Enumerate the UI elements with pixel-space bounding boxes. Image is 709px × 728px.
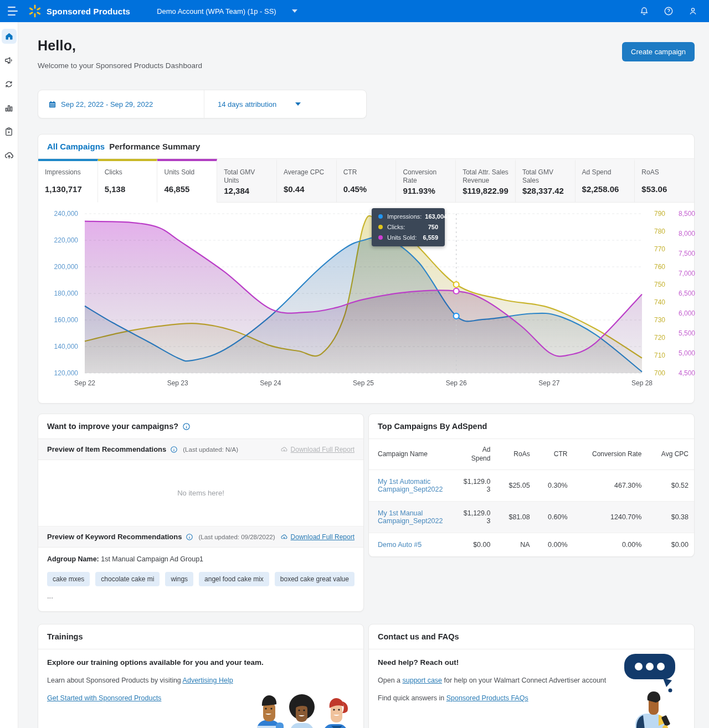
keyword-chip[interactable]: angel food cake mix [199, 572, 269, 586]
download-item-report-button[interactable]: Download Full Report [280, 446, 354, 453]
metric-label: Impressions [45, 167, 91, 183]
metric-label: Total GMV Units [224, 167, 270, 185]
page-title: Hello, [38, 38, 202, 54]
table-cell: NA [496, 533, 535, 557]
support-case-link[interactable]: support case [402, 677, 442, 684]
y-axis-tick-left: 120,000 [54, 369, 79, 377]
y-axis-tick-left: 140,000 [54, 343, 79, 350]
contact-line2: Find quick answers in Sponsored Products… [378, 694, 685, 702]
metric-label: Conversion Rate [403, 167, 449, 185]
create-campaign-button[interactable]: Create campaign [622, 42, 695, 61]
performance-summary-title: Performance Summary [109, 142, 200, 151]
campaign-link[interactable]: Demo Auto #5 [378, 541, 422, 549]
y-axis-tick-clicks: 790 [654, 210, 665, 218]
metric-tab-total-attr-sales-revenue[interactable]: Total Attr. Sales Revenue$119,822.99 [456, 159, 516, 203]
metric-tab-average-cpc[interactable]: Average CPC$0.44 [277, 159, 337, 203]
table-row: My 1st Automatic Campaign_Sept2022$1,129… [369, 470, 694, 502]
attribution-dropdown[interactable]: 14 days attribution [204, 90, 311, 118]
cloud-download-icon [280, 533, 288, 541]
metric-tab-units-sold[interactable]: Units Sold46,855 [157, 159, 217, 203]
sidebar-item-upload[interactable] [2, 148, 17, 163]
item-rec-last-updated: (Last updated: N/A) [183, 446, 238, 453]
sidebar-item-reports[interactable] [2, 100, 17, 115]
metric-tab-clicks[interactable]: Clicks5,138 [98, 159, 158, 203]
metric-value: $119,822.99 [463, 186, 508, 195]
menu-icon[interactable] [8, 7, 19, 16]
table-cell: 0.60% [536, 502, 573, 533]
all-campaigns-tab[interactable]: All Campaigns [47, 142, 105, 151]
metric-label: Total GMV Sales [522, 167, 568, 185]
column-header: Campaign Name [369, 439, 456, 470]
y-axis-tick-units: 8,000 [679, 230, 695, 237]
table-cell: $0.00 [647, 533, 694, 557]
download-keyword-report-button[interactable]: Download Full Report [280, 533, 354, 541]
info-icon[interactable] [182, 422, 191, 431]
trainings-heading: Explore our training options available f… [47, 658, 354, 667]
product-name: Sponsored Products [47, 7, 130, 16]
top-campaigns-table: Campaign NameAd SpendRoAsCTRConversion R… [369, 439, 694, 556]
y-axis-tick-units: 6,500 [679, 290, 695, 297]
contact-line1: Open a support case for help on your Wal… [378, 677, 685, 684]
faqs-link[interactable]: Sponsored Products FAQs [446, 694, 528, 702]
metric-tab-ad-spend[interactable]: Ad Spend$2,258.06 [576, 159, 635, 203]
sidebar-item-sync[interactable] [2, 76, 17, 91]
metric-value: 12,384 [224, 186, 270, 195]
table-cell: Demo Auto #5 [369, 533, 456, 557]
metric-label: Clicks [105, 167, 151, 183]
campaign-link[interactable]: My 1st Manual Campaign_Sept2022 [378, 509, 443, 525]
sidebar-item-home[interactable] [2, 29, 17, 44]
table-cell: My 1st Automatic Campaign_Sept2022 [369, 470, 456, 502]
metric-value: 46,855 [164, 184, 210, 194]
info-icon[interactable] [170, 446, 178, 453]
date-range-picker[interactable]: Sep 22, 2022 - Sep 29, 2022 [38, 90, 204, 118]
table-cell: $0.52 [647, 470, 694, 502]
profile-icon[interactable] [688, 6, 698, 16]
chart-canvas: 240,000220,000200,000180,000160,000140,0… [38, 205, 695, 400]
info-icon[interactable] [186, 533, 193, 541]
keyword-chip[interactable]: wings [165, 572, 193, 586]
table-row: Demo Auto #5$0.00NA0.00%0.00%$0.00 [369, 533, 694, 557]
y-axis-tick-left: 240,000 [54, 210, 79, 218]
help-icon[interactable] [664, 6, 674, 16]
metric-label: Ad Spend [582, 167, 628, 183]
x-axis-tick: Sep 27 [538, 379, 559, 387]
y-axis-tick-clicks: 710 [654, 352, 665, 359]
metric-tab-ctr[interactable]: CTR0.45% [337, 159, 397, 203]
series-dot-icon [378, 235, 383, 240]
adgroup-name: Adgroup Name: 1st Manual Campaign Ad Gro… [47, 555, 354, 563]
metric-label: CTR [343, 167, 389, 183]
table-cell: 467.30% [573, 470, 648, 502]
metric-label: Total Attr. Sales Revenue [463, 167, 508, 185]
column-header: Ad Spend [456, 439, 496, 470]
tooltip-row: Clicks:750 [378, 224, 438, 230]
advertising-help-link[interactable]: Advertising Help [183, 677, 233, 684]
table-cell: $0.38 [647, 502, 694, 533]
bar-chart-icon [4, 103, 14, 113]
y-axis-tick-units: 5,500 [679, 329, 695, 337]
sidebar-item-tasks[interactable] [2, 124, 17, 139]
y-axis-tick-units: 8,500 [679, 210, 695, 218]
metric-label: RoAS [641, 167, 687, 183]
hover-marker [454, 313, 459, 319]
metric-tab-impressions[interactable]: Impressions1,130,717 [38, 159, 98, 203]
campaign-link[interactable]: My 1st Automatic Campaign_Sept2022 [378, 478, 443, 493]
table-cell: $1,129.03 [456, 470, 496, 502]
get-started-link[interactable]: Get Started with Sponsored Products [47, 694, 161, 702]
column-header: CTR [536, 439, 573, 470]
keyword-chip[interactable]: chocolate cake mi [95, 572, 160, 586]
metric-value: 911.93% [403, 186, 449, 195]
side-navigation [0, 22, 18, 728]
account-switcher[interactable]: Demo Account (WPA Team) (1p - SS) [157, 7, 297, 16]
metric-tab-total-gmv-units[interactable]: Total GMV Units12,384 [217, 159, 277, 203]
keyword-chip[interactable]: cake mxes [47, 572, 90, 586]
y-axis-tick-clicks: 780 [654, 228, 665, 235]
hover-marker [454, 288, 459, 294]
metric-tab-total-gmv-sales[interactable]: Total GMV Sales$28,337.42 [516, 159, 576, 203]
y-axis-tick-units: 7,500 [679, 250, 695, 257]
keyword-chip[interactable]: boxed cake great value [275, 572, 354, 586]
metric-tab-roas[interactable]: RoAS$53.06 [635, 159, 694, 203]
table-cell: 0.00% [573, 533, 648, 557]
metric-tab-conversion-rate[interactable]: Conversion Rate911.93% [396, 159, 456, 203]
notifications-bell-icon[interactable] [639, 6, 649, 16]
sidebar-item-campaigns[interactable] [2, 53, 17, 68]
